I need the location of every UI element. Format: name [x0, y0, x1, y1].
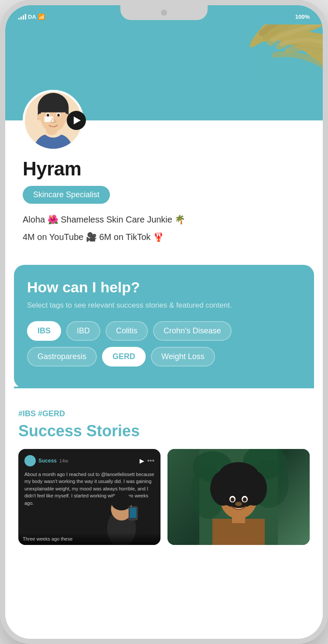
bottom-padding: [5, 554, 323, 567]
story-actions: ▶ •••: [140, 457, 154, 465]
stories-title: Success Stories: [18, 422, 310, 440]
svg-point-43: [243, 497, 247, 502]
tag-ibs[interactable]: IBS: [27, 321, 61, 341]
svg-point-19: [57, 114, 60, 117]
battery-indicator: 100%: [295, 14, 310, 20]
specialty-tag[interactable]: Skincare Specialist: [23, 186, 110, 204]
signal-bars: [18, 14, 26, 20]
stories-grid: Sucess 14w ▶ ••• About a month ago I rea…: [18, 449, 310, 545]
avatar-container: [23, 90, 84, 151]
palm-decoration: [205, 24, 323, 112]
story-label: Sucess: [38, 458, 57, 464]
story-play-icon: ▶: [140, 457, 144, 464]
story-more-icon: •••: [147, 457, 154, 465]
tags-row-2: Gastroparesis GERD Weight Loss: [27, 347, 301, 367]
signal-bar-3: [23, 15, 24, 20]
tag-gerd[interactable]: GERD: [102, 347, 146, 367]
story-card-left[interactable]: Sucess 14w ▶ ••• About a month ago I rea…: [18, 449, 161, 545]
svg-point-44: [235, 502, 242, 506]
svg-point-18: [47, 114, 49, 117]
hashtags: #IBS #GERD: [18, 409, 310, 418]
signal-bar-2: [20, 17, 22, 20]
signal-bar-1: [18, 18, 20, 20]
tag-colitis[interactable]: Colitis: [106, 321, 148, 341]
svg-point-20: [46, 127, 57, 135]
phone-notch: [120, 5, 208, 20]
story-footer: Three weeks ago these: [18, 533, 161, 545]
svg-point-13: [38, 113, 43, 121]
camera: [161, 10, 167, 16]
curve-spacer: [5, 388, 323, 399]
story-card-header: Sucess 14w ▶ •••: [24, 455, 154, 466]
story-photo-bg: [167, 449, 310, 545]
phone-frame: DA 📶 100%: [0, 0, 328, 644]
play-icon: [74, 116, 81, 124]
screen[interactable]: Hyram Skincare Specialist Aloha 🌺 Shamel…: [5, 24, 323, 639]
profile-section: Hyram Skincare Specialist Aloha 🌺 Shamel…: [5, 120, 323, 256]
story-time: 14w: [59, 458, 68, 463]
signal-bar-4: [25, 14, 26, 20]
svg-point-39: [218, 462, 260, 493]
story-card-left-content: Sucess 14w ▶ ••• About a month ago I rea…: [18, 449, 161, 545]
tags-row-1: IBS IBD Colitis Crohn's Disease: [27, 321, 301, 341]
help-subtitle: Select tags to see relevant success stor…: [27, 300, 301, 311]
story-avatar: [24, 455, 36, 466]
svg-rect-26: [130, 507, 136, 518]
stories-section: #IBS #GERD Success Stories Sucess 14w: [5, 399, 323, 554]
story-card-right[interactable]: [167, 449, 310, 545]
svg-point-42: [231, 497, 235, 502]
profile-name: Hyram: [23, 158, 305, 180]
help-title: How can I help?: [27, 279, 301, 296]
carrier-name: DA: [28, 14, 36, 20]
status-left: DA 📶: [18, 14, 45, 20]
tag-crohns[interactable]: Crohn's Disease: [153, 321, 232, 341]
wifi-icon: 📶: [38, 14, 45, 20]
play-button[interactable]: [67, 111, 86, 130]
help-section: How can I help? Select tags to see relev…: [14, 265, 314, 388]
story-user-info: Sucess 14w: [24, 455, 68, 466]
bio-line-1: Aloha 🌺 Shameless Skin Care Junkie 🌴: [23, 212, 305, 226]
bio-line-2: 4M on YouTube 🎥 6M on TikTok 🦞: [23, 230, 305, 244]
tag-gastroparesis[interactable]: Gastroparesis: [27, 347, 97, 367]
tag-ibd[interactable]: IBD: [66, 321, 100, 341]
tag-weight-loss[interactable]: Weight Loss: [151, 347, 215, 367]
